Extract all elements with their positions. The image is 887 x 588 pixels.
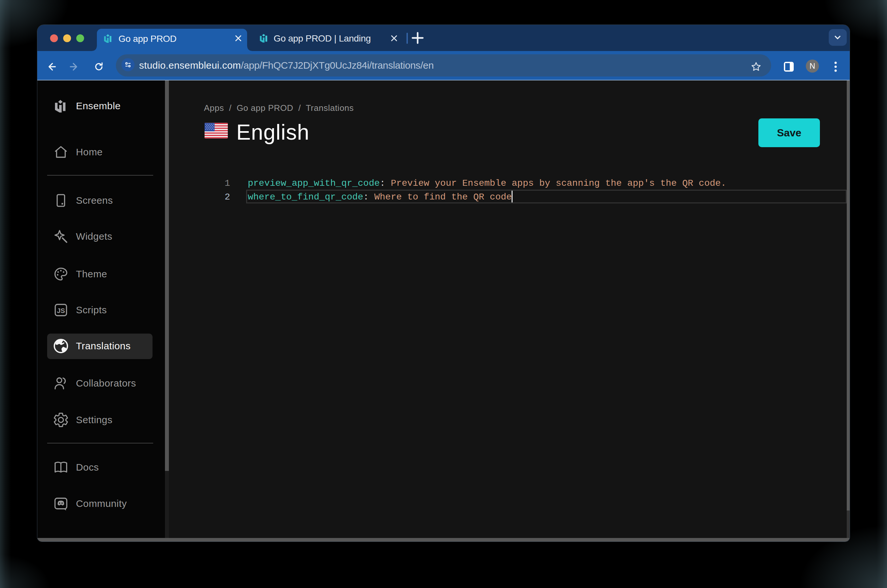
svg-text:JS: JS [57, 307, 65, 314]
